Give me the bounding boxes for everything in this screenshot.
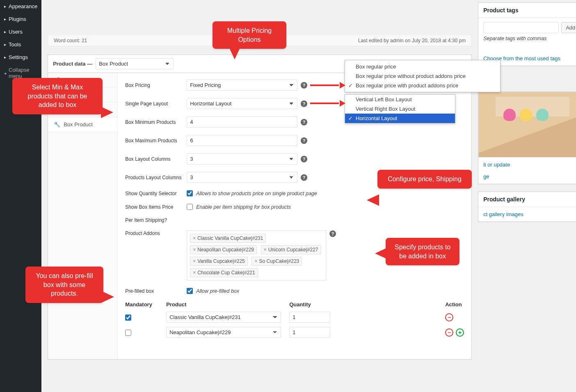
prefilled-box-checkbox[interactable] bbox=[187, 288, 193, 294]
help-icon[interactable]: ? bbox=[301, 174, 307, 181]
chevron-right-icon: ▸ bbox=[4, 55, 6, 59]
addon-tag[interactable]: ×Vanilla Cupcake|#225 bbox=[190, 257, 248, 266]
show-qty-hint: Allows to show products price on single … bbox=[196, 191, 317, 196]
chevron-right-icon: ▸ bbox=[4, 17, 6, 21]
callout-addons: Specify products to be added in box bbox=[386, 238, 459, 265]
prefill-product-select[interactable]: Classic Vanilla CupCake|#231 bbox=[166, 312, 281, 323]
single-page-layout-label: Single Page Layout bbox=[125, 101, 187, 107]
box-max-products-input[interactable] bbox=[187, 135, 297, 146]
last-edited: Last edited by admin on July 20, 2018 at… bbox=[358, 38, 466, 43]
product-image-panel: it or update ge bbox=[478, 91, 576, 184]
remove-row-button[interactable]: − bbox=[445, 328, 453, 337]
help-icon[interactable]: ? bbox=[301, 119, 307, 125]
tab-box-product[interactable]: 🔧Box Product bbox=[48, 117, 117, 132]
chevron-right-icon: ▸ bbox=[4, 30, 6, 34]
box-layout-cols-label: Box Layout Columns bbox=[125, 156, 187, 162]
callout-prefill: You can also pre-fill box with some prod… bbox=[25, 267, 103, 303]
edit-image-link[interactable]: it or update bbox=[483, 162, 510, 168]
prefill-row: Classic Vanilla CupCake|#231 − bbox=[125, 312, 464, 323]
add-row-button[interactable]: + bbox=[456, 328, 464, 337]
show-items-price-label: Show Box Items Price bbox=[125, 204, 187, 210]
product-addons-field[interactable]: ×Classic Vanilla CupCake|#231 ×Neapolita… bbox=[187, 230, 326, 280]
callout-pricing: Multiple Pricing Options bbox=[213, 21, 286, 49]
addon-tag[interactable]: ×Neapolitan Cupcake|#229 bbox=[190, 245, 257, 254]
pricing-option[interactable]: Box regular price without product addons… bbox=[345, 71, 500, 81]
box-min-products-input[interactable] bbox=[187, 116, 297, 128]
box-layout-cols-select[interactable]: 3 bbox=[187, 153, 297, 164]
prefill-qty-input[interactable] bbox=[289, 312, 330, 323]
product-data-title: Product data — bbox=[53, 61, 92, 67]
product-tags-panel: Product tags Add Separate tags with comm… bbox=[478, 2, 576, 66]
box-max-products-label: Box Maximum Products bbox=[125, 138, 187, 144]
remove-tag-icon[interactable]: × bbox=[193, 270, 196, 276]
layout-option[interactable]: Vertical Right Box Layout bbox=[345, 104, 455, 114]
per-item-shipping-label: Per Item Shipping? bbox=[125, 217, 187, 223]
callout-shipping: Configure price, Shipping bbox=[377, 170, 472, 189]
show-qty-label: Show Quantity Selector bbox=[125, 191, 187, 196]
remove-row-button[interactable]: − bbox=[445, 313, 453, 321]
remove-tag-icon[interactable]: × bbox=[193, 247, 196, 253]
remove-tag-icon[interactable]: × bbox=[193, 235, 196, 241]
single-page-layout-select[interactable]: Horizontal Layout bbox=[187, 98, 297, 109]
addon-tag[interactable]: ×Chocolate Cup Cake|#221 bbox=[190, 268, 258, 277]
box-pricing-select[interactable]: Fixed Pricing bbox=[187, 80, 297, 91]
product-gallery-title: Product gallery bbox=[478, 192, 576, 207]
menu-settings[interactable]: ▸Settings bbox=[0, 51, 41, 64]
collapse-icon: ◂ bbox=[4, 71, 6, 75]
product-tags-title: Product tags bbox=[478, 3, 576, 18]
prefill-product-select[interactable]: Neapolitan Cupcake|#229 bbox=[166, 327, 281, 338]
addon-tag[interactable]: ×Unicorn Cupcake|#227 bbox=[261, 245, 321, 254]
help-icon[interactable]: ? bbox=[301, 82, 307, 89]
remove-tag-icon[interactable]: × bbox=[254, 258, 257, 264]
prefill-row: Neapolitan Cupcake|#229 −+ bbox=[125, 327, 464, 338]
help-icon[interactable]: ? bbox=[301, 156, 307, 162]
product-tags-hint: Separate tags with commas bbox=[483, 36, 574, 41]
pricing-option[interactable]: Box regular price with product addons pr… bbox=[345, 81, 500, 90]
show-qty-checkbox[interactable] bbox=[187, 190, 193, 196]
prefill-table-head: Mandatory Product Quantity Action bbox=[125, 301, 464, 308]
remove-tag-icon[interactable]: × bbox=[264, 247, 267, 253]
products-layout-cols-select[interactable]: 3 bbox=[187, 172, 297, 183]
per-item-shipping-hint: Enable per item shipping for box product… bbox=[196, 204, 291, 210]
prefill-mandatory-checkbox[interactable] bbox=[125, 330, 131, 336]
arrow-icon bbox=[310, 82, 345, 89]
layout-option[interactable]: Horizontal Layout bbox=[345, 114, 455, 123]
add-gallery-images-link[interactable]: ct gallery images bbox=[483, 211, 523, 217]
product-type-select[interactable]: Box Product bbox=[96, 58, 174, 69]
menu-plugins[interactable]: ▸Plugins bbox=[0, 13, 41, 25]
prefilled-box-hint: Allow pre-filled box bbox=[196, 288, 239, 294]
product-image-preview[interactable] bbox=[478, 92, 576, 157]
word-count: Word count: 21 bbox=[54, 38, 87, 43]
arrow-icon bbox=[310, 100, 345, 107]
add-tag-button[interactable]: Add bbox=[561, 22, 576, 33]
help-icon[interactable]: ? bbox=[301, 100, 307, 107]
addon-tag[interactable]: ×So CupCake|#223 bbox=[251, 257, 302, 266]
pricing-option[interactable]: Box regular price bbox=[345, 62, 500, 71]
per-item-shipping-checkbox[interactable] bbox=[187, 204, 193, 210]
product-gallery-panel: Product gallery ct gallery images bbox=[478, 191, 576, 222]
help-icon[interactable]: ? bbox=[329, 230, 336, 237]
wrench-icon: 🔧 bbox=[54, 121, 60, 128]
prefill-qty-input[interactable] bbox=[289, 327, 330, 338]
pricing-options-popup: Box regular price Box regular price with… bbox=[345, 60, 501, 92]
layout-option[interactable]: Vertical Left Box Layout bbox=[345, 95, 455, 104]
menu-appearance[interactable]: ▸Appearance bbox=[0, 0, 41, 13]
callout-minmax: Select Min & Max products that can be ad… bbox=[12, 78, 103, 114]
product-addons-label: Product Addons bbox=[125, 230, 187, 236]
wp-admin-sidebar: ▸Appearance ▸Plugins ▸Users ▸Tools ▸Sett… bbox=[0, 0, 41, 392]
box-pricing-label: Box Pricing bbox=[125, 82, 187, 88]
remove-tag-icon[interactable]: × bbox=[193, 258, 196, 264]
prefilled-box-label: Pre-filled box bbox=[125, 288, 187, 294]
products-layout-cols-label: Products Layout Columns bbox=[125, 175, 187, 180]
menu-tools[interactable]: ▸Tools bbox=[0, 38, 41, 51]
remove-image-link[interactable]: ge bbox=[483, 173, 489, 180]
menu-users[interactable]: ▸Users bbox=[0, 25, 41, 38]
chevron-right-icon: ▸ bbox=[4, 4, 6, 9]
product-tags-input[interactable] bbox=[483, 22, 559, 33]
addon-tag[interactable]: ×Classic Vanilla CupCake|#231 bbox=[190, 234, 266, 243]
prefill-mandatory-checkbox[interactable] bbox=[125, 315, 131, 321]
box-min-products-label: Box Minimum Products bbox=[125, 119, 187, 125]
layout-options-popup: Vertical Left Box Layout Vertical Right … bbox=[345, 94, 455, 123]
help-icon[interactable]: ? bbox=[301, 137, 307, 144]
chevron-right-icon: ▸ bbox=[4, 42, 6, 47]
